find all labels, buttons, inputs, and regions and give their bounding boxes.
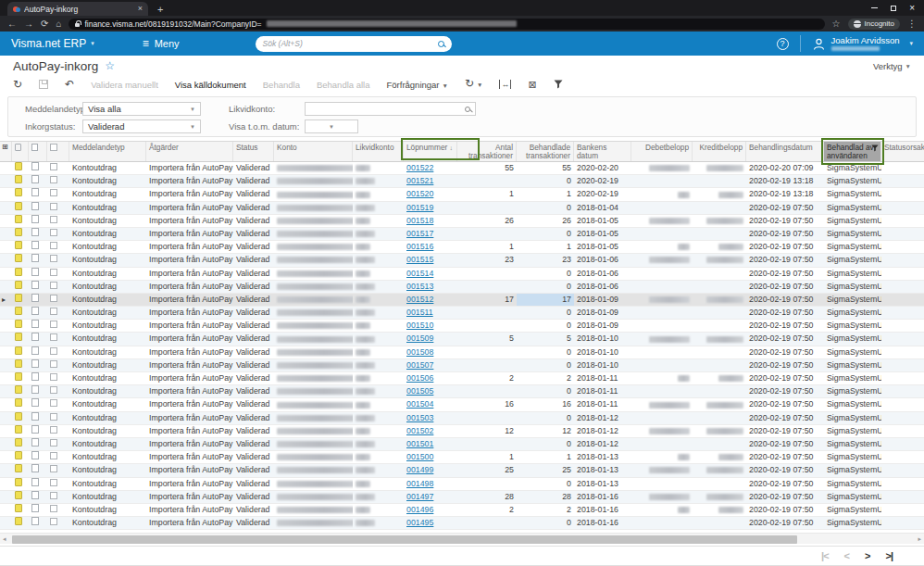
grid-settings-icon[interactable]: ⊞ <box>0 142 12 161</box>
table-row[interactable]: KontoutdragImportera från AutoPayValider… <box>0 398 924 411</box>
row-checkbox[interactable] <box>50 373 57 381</box>
last-page-button[interactable]: >| <box>885 550 893 561</box>
lopnummer-link[interactable]: 001505 <box>406 386 433 396</box>
notes-cell[interactable] <box>12 241 29 253</box>
row-checkbox[interactable] <box>50 413 57 421</box>
files-cell[interactable] <box>29 438 47 450</box>
row-checkbox-cell[interactable] <box>47 359 69 371</box>
browser-tab[interactable]: AutoPay-inkorg × <box>7 2 148 16</box>
browser-menu-icon[interactable]: ⋮ <box>907 19 917 29</box>
notes-cell[interactable] <box>12 478 29 490</box>
row-checkbox-cell[interactable] <box>47 254 69 266</box>
table-row[interactable]: KontoutdragImportera från AutoPayValider… <box>0 517 924 530</box>
lopnummer-link[interactable]: 001514 <box>406 269 433 278</box>
inbox-status-select[interactable]: Validerad▼ <box>82 119 201 133</box>
files-cell[interactable] <box>29 372 47 384</box>
first-page-button[interactable]: |< <box>821 550 829 561</box>
help-icon[interactable]: ? <box>777 38 789 50</box>
row-checkbox-cell[interactable] <box>47 491 69 503</box>
notes-cell[interactable] <box>12 162 29 174</box>
files-cell[interactable] <box>29 333 47 345</box>
lopnummer-link[interactable]: 001495 <box>406 518 433 527</box>
col-header-bankens-datum[interactable]: Bankens datum <box>574 142 631 161</box>
files-cell[interactable] <box>29 464 47 476</box>
notes-cell[interactable] <box>12 215 29 227</box>
window-minimize-icon[interactable] <box>871 7 878 8</box>
files-cell[interactable] <box>29 478 47 490</box>
table-row[interactable]: KontoutdragImportera från AutoPayValider… <box>0 268 924 281</box>
home-icon[interactable]: ⌂ <box>56 19 61 29</box>
row-checkbox[interactable] <box>50 189 57 196</box>
row-checkbox[interactable] <box>50 399 57 407</box>
table-row[interactable]: KontoutdragImportera från AutoPayValider… <box>0 241 924 254</box>
prev-page-button[interactable]: < <box>844 550 849 561</box>
col-header-konto[interactable]: Konto <box>274 142 353 161</box>
files-cell[interactable] <box>29 346 47 358</box>
table-row[interactable]: KontoutdragImportera från AutoPayValider… <box>0 464 924 477</box>
table-row[interactable]: KontoutdragImportera från AutoPayValider… <box>0 228 924 241</box>
lopnummer-link[interactable]: 001499 <box>406 465 433 474</box>
row-checkbox-cell[interactable] <box>47 372 69 384</box>
row-checkbox-cell[interactable] <box>47 202 69 214</box>
lookup-icon[interactable] <box>465 107 470 112</box>
lopnummer-link[interactable]: 001522 <box>406 163 433 172</box>
notes-cell[interactable] <box>12 491 29 503</box>
row-checkbox-cell[interactable] <box>47 175 69 187</box>
files-cell[interactable] <box>29 451 47 463</box>
files-cell[interactable] <box>29 294 47 306</box>
row-checkbox-cell[interactable] <box>47 438 69 450</box>
lopnummer-link[interactable]: 001518 <box>406 216 433 225</box>
table-row[interactable]: KontoutdragImportera från AutoPayValider… <box>0 451 924 464</box>
table-row[interactable]: KontoutdragImportera från AutoPayValider… <box>0 162 924 175</box>
lopnummer-link[interactable]: 001503 <box>406 413 433 422</box>
files-cell[interactable] <box>29 162 47 174</box>
table-row[interactable]: KontoutdragImportera från AutoPayValider… <box>0 202 924 215</box>
notes-cell[interactable] <box>12 333 29 345</box>
row-checkbox[interactable] <box>50 203 57 210</box>
notes-cell[interactable] <box>12 398 29 410</box>
lopnummer-link[interactable]: 001510 <box>406 321 433 330</box>
lopnummer-link[interactable]: 001502 <box>406 426 433 435</box>
row-checkbox[interactable] <box>50 479 57 486</box>
col-header-behandlad-av[interactable]: Behandlad av användaren <box>824 142 881 161</box>
notes-cell[interactable] <box>12 359 29 371</box>
row-checkbox-cell[interactable] <box>47 451 69 463</box>
row-checkbox[interactable] <box>50 347 57 355</box>
reload-icon[interactable]: ⟳ <box>41 19 48 29</box>
col-header-debetbelopp[interactable]: Debetbelopp <box>631 142 693 161</box>
lopnummer-link[interactable]: 001506 <box>406 373 433 383</box>
row-checkbox[interactable] <box>50 426 57 434</box>
lopnummer-link[interactable]: 001517 <box>406 229 433 238</box>
window-close-icon[interactable]: × <box>909 4 915 13</box>
row-checkbox-cell[interactable] <box>47 228 69 240</box>
notes-cell[interactable] <box>12 175 29 187</box>
notes-cell[interactable] <box>12 294 29 306</box>
select-all-checkbox[interactable] <box>47 142 69 161</box>
row-checkbox[interactable] <box>50 439 57 447</box>
lopnummer-link[interactable]: 001509 <box>406 333 433 343</box>
scrollbar-thumb[interactable] <box>12 535 797 544</box>
row-checkbox[interactable] <box>50 269 57 276</box>
files-cell[interactable] <box>29 268 47 280</box>
table-row[interactable]: KontoutdragImportera från AutoPayValider… <box>0 438 924 451</box>
table-row[interactable]: KontoutdragImportera från AutoPayValider… <box>0 188 924 201</box>
notes-cell[interactable] <box>12 385 29 397</box>
window-maximize-icon[interactable] <box>891 6 896 11</box>
undo-button[interactable]: ↶ <box>65 79 74 90</box>
lopnummer-link[interactable]: 001520 <box>406 189 433 198</box>
row-checkbox-cell[interactable] <box>47 188 69 200</box>
row-checkbox[interactable] <box>50 465 57 472</box>
address-bar[interactable]: finance.visma.net/0819191032/Main?Compan… <box>69 19 824 30</box>
notes-cell[interactable] <box>12 346 29 358</box>
row-checkbox-cell[interactable] <box>47 412 69 424</box>
files-cell[interactable] <box>29 320 47 332</box>
table-row[interactable]: KontoutdragImportera från AutoPayValider… <box>0 254 924 267</box>
table-row[interactable]: KontoutdragImportera från AutoPayValider… <box>0 385 924 398</box>
lopnummer-link[interactable]: 001512 <box>406 295 433 304</box>
files-cell[interactable] <box>29 517 47 529</box>
table-row[interactable]: KontoutdragImportera från AutoPayValider… <box>0 175 924 188</box>
table-row[interactable]: KontoutdragImportera från AutoPayValider… <box>0 307 924 320</box>
col-header-antal-transaktioner[interactable]: Antal transaktioner <box>457 142 517 161</box>
scroll-right-icon[interactable]: ▸ <box>918 534 921 545</box>
row-checkbox-cell[interactable] <box>47 320 69 332</box>
